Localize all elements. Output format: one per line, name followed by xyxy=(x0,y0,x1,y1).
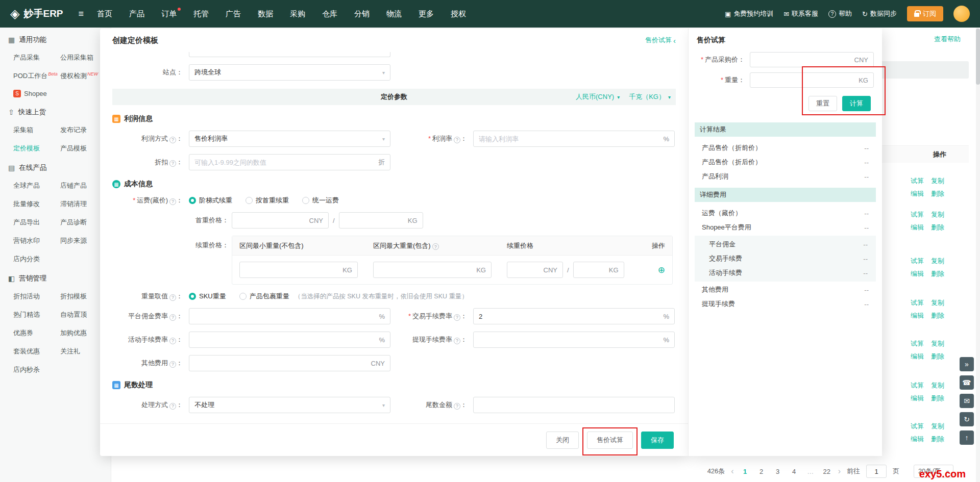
currency-select[interactable]: 人民币(CNY) xyxy=(576,92,620,102)
sidebar-group-marketing-header[interactable]: 营销管理 xyxy=(0,268,111,287)
nav-item-authorization[interactable]: 授权 xyxy=(451,9,466,19)
sidebar-item-discount-activity[interactable]: 折扣活动 xyxy=(0,287,47,306)
sidebar-group-online-products-header[interactable]: 在线产品 xyxy=(0,158,111,176)
help-icon[interactable] xyxy=(432,243,439,250)
delete-link[interactable]: 删除 xyxy=(931,267,944,280)
refresh-icon[interactable] xyxy=(960,412,974,426)
back-to-top-icon[interactable] xyxy=(960,430,974,445)
edit-link[interactable]: 编辑 xyxy=(911,392,924,404)
close-button[interactable]: 关闭 xyxy=(546,432,579,449)
price-trial-button[interactable]: 售价试算 xyxy=(587,432,633,449)
page-number-4[interactable]: 4 xyxy=(789,468,799,475)
transaction-fee-input[interactable] xyxy=(479,313,659,320)
menu-toggle-icon[interactable] xyxy=(79,9,84,19)
trial-link[interactable]: 试算 xyxy=(911,208,924,221)
trial-link[interactable]: 试算 xyxy=(911,255,924,267)
sidebar-item-coupons[interactable]: 优惠券 xyxy=(0,324,47,342)
trial-link[interactable]: 试算 xyxy=(911,337,924,350)
renewal-weight-input[interactable] xyxy=(579,266,605,274)
nav-item-distribution[interactable]: 分销 xyxy=(354,9,370,19)
freight-option-first-weight[interactable]: 按首重续重 xyxy=(246,196,289,205)
freight-option-flat[interactable]: 统一运费 xyxy=(302,196,339,205)
phone-icon[interactable] xyxy=(960,375,974,390)
trial-link[interactable]: 试算 xyxy=(911,296,924,309)
withdraw-fee-input[interactable] xyxy=(479,336,659,344)
activity-fee-input[interactable] xyxy=(194,336,375,344)
page-number-1[interactable]: 1 xyxy=(740,468,750,475)
renewal-price-input[interactable] xyxy=(512,266,540,274)
sidebar-item-bundle-deals[interactable]: 套装优惠 xyxy=(0,342,47,361)
nav-item-hosting[interactable]: 托管 xyxy=(193,9,209,19)
next-page-arrow[interactable]: › xyxy=(838,467,841,476)
tail-amount-input[interactable] xyxy=(479,401,669,409)
site-select[interactable]: 跨境全球 xyxy=(189,64,390,81)
sidebar-item-product-collection[interactable]: 产品采集 xyxy=(0,48,47,67)
nav-item-data[interactable]: 数据 xyxy=(258,9,273,19)
jump-page-input[interactable] xyxy=(866,465,887,478)
edit-link[interactable]: 编辑 xyxy=(911,267,924,280)
help-icon[interactable] xyxy=(454,137,460,143)
sidebar-item-batch-edit[interactable]: 批量修改 xyxy=(0,195,47,213)
calculate-button[interactable]: 计算 xyxy=(842,96,871,111)
subscribe-button[interactable]: 订阅 xyxy=(907,6,943,21)
weight-unit-select[interactable]: 千克（KG） xyxy=(629,92,671,102)
price-trial-panel-toggle[interactable]: 售价试算 xyxy=(645,36,676,45)
help-icon[interactable] xyxy=(169,198,176,205)
edit-link[interactable]: 编辑 xyxy=(911,187,924,200)
feedback-icon[interactable] xyxy=(960,394,974,408)
nav-item-home[interactable]: 首页 xyxy=(97,9,112,19)
delete-link[interactable]: 删除 xyxy=(931,187,944,200)
tail-method-select[interactable]: 不处理 xyxy=(189,397,390,413)
delete-link[interactable]: 删除 xyxy=(931,350,944,363)
weight-source-package[interactable]: 产品包裹重量 xyxy=(239,292,289,301)
contact-support-link[interactable]: 联系客服 xyxy=(783,9,818,18)
help-icon[interactable] xyxy=(169,403,176,410)
trial-link[interactable]: 试算 xyxy=(911,379,924,392)
page-ellipsis[interactable]: … xyxy=(805,468,816,475)
data-sync-link[interactable]: 数据同步 xyxy=(862,9,897,18)
help-icon[interactable] xyxy=(169,314,176,321)
copy-link[interactable]: 复制 xyxy=(931,208,944,221)
nav-item-warehouse[interactable]: 仓库 xyxy=(322,9,337,19)
profit-rate-input[interactable] xyxy=(479,135,659,143)
sidebar-item-shopee[interactable]: Shopee xyxy=(0,85,111,102)
first-weight-input[interactable] xyxy=(345,217,404,224)
page-number-last[interactable]: 22 xyxy=(822,468,832,475)
edit-link[interactable]: 编辑 xyxy=(911,221,924,234)
help-icon[interactable] xyxy=(169,338,176,344)
nav-item-purchase[interactable]: 采购 xyxy=(290,9,305,19)
nav-item-ads[interactable]: 广告 xyxy=(226,9,241,19)
page-number-2[interactable]: 2 xyxy=(756,468,767,475)
purchase-price-input[interactable] xyxy=(755,56,850,64)
help-icon[interactable] xyxy=(169,361,176,368)
platform-fee-input[interactable] xyxy=(194,313,375,320)
help-icon[interactable] xyxy=(454,314,460,321)
sidebar-group-general-header[interactable]: 通用功能 xyxy=(0,30,111,48)
app-logo[interactable]: 妙手ERP xyxy=(10,7,63,21)
profit-method-select[interactable]: 售价利润率 xyxy=(189,131,390,147)
copy-link[interactable]: 复制 xyxy=(931,379,944,392)
weight-source-sku[interactable]: SKU重量 xyxy=(189,292,226,301)
add-row-icon[interactable] xyxy=(658,265,665,275)
reset-button[interactable]: 重置 xyxy=(808,96,837,111)
sidebar-item-marketing-watermark[interactable]: 营销水印 xyxy=(0,232,47,250)
nav-item-products[interactable]: 产品 xyxy=(129,9,144,19)
sidebar-item-pricing-template[interactable]: 定价模板 xyxy=(0,139,47,158)
sidebar-item-pod-workbench[interactable]: POD工作台Beta xyxy=(0,67,47,85)
help-icon[interactable] xyxy=(454,403,460,410)
max-weight-input[interactable] xyxy=(379,266,472,274)
sidebar-item-product-export[interactable]: 产品导出 xyxy=(0,213,47,232)
expand-icon[interactable] xyxy=(960,357,974,371)
help-icon[interactable] xyxy=(169,294,176,301)
copy-link[interactable]: 复制 xyxy=(931,296,944,309)
page-scrollbar[interactable] xyxy=(976,28,980,482)
scrollbar-thumb[interactable] xyxy=(976,29,980,85)
help-icon[interactable] xyxy=(169,160,176,167)
nav-item-more[interactable]: 更多 xyxy=(419,9,434,19)
freight-option-ladder[interactable]: 阶梯式续重 xyxy=(189,196,232,205)
delete-link[interactable]: 删除 xyxy=(931,221,944,234)
delete-link[interactable]: 删除 xyxy=(931,392,944,404)
help-link[interactable]: 帮助 xyxy=(828,9,852,18)
sidebar-item-global-products[interactable]: 全球产品 xyxy=(0,176,47,195)
edit-link[interactable]: 编辑 xyxy=(911,350,924,363)
